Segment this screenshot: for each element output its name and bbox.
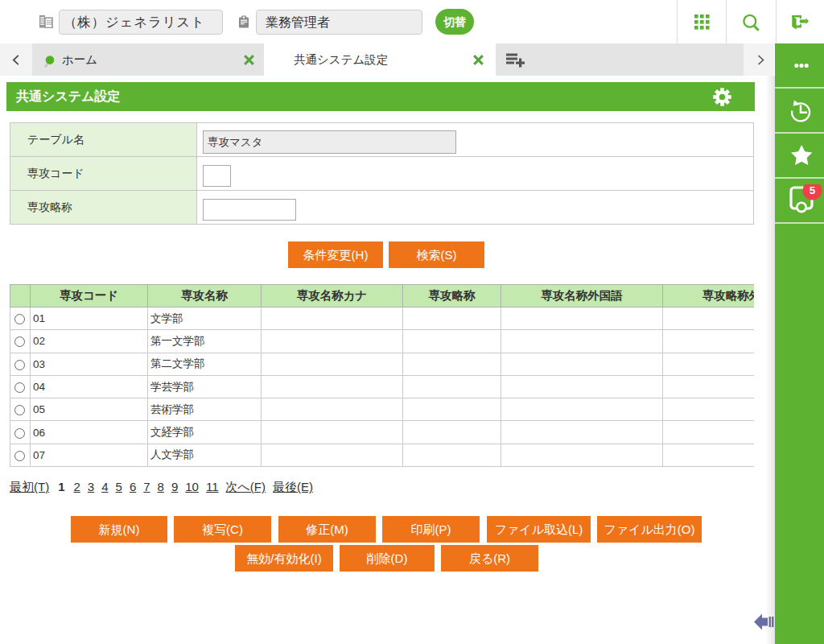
svg-text:5: 5 — [810, 184, 816, 196]
